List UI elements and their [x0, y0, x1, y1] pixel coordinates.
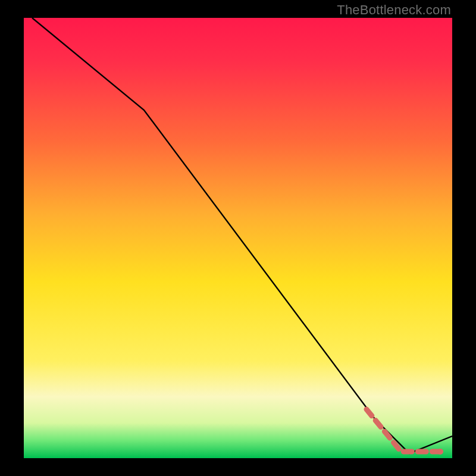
plot-area — [24, 18, 452, 458]
gradient-background — [24, 18, 452, 458]
chart-frame: TheBottleneck.com — [0, 0, 476, 476]
watermark-text: TheBottleneck.com — [337, 2, 451, 18]
chart-svg — [24, 18, 452, 458]
highlight-end-dot — [437, 449, 443, 455]
